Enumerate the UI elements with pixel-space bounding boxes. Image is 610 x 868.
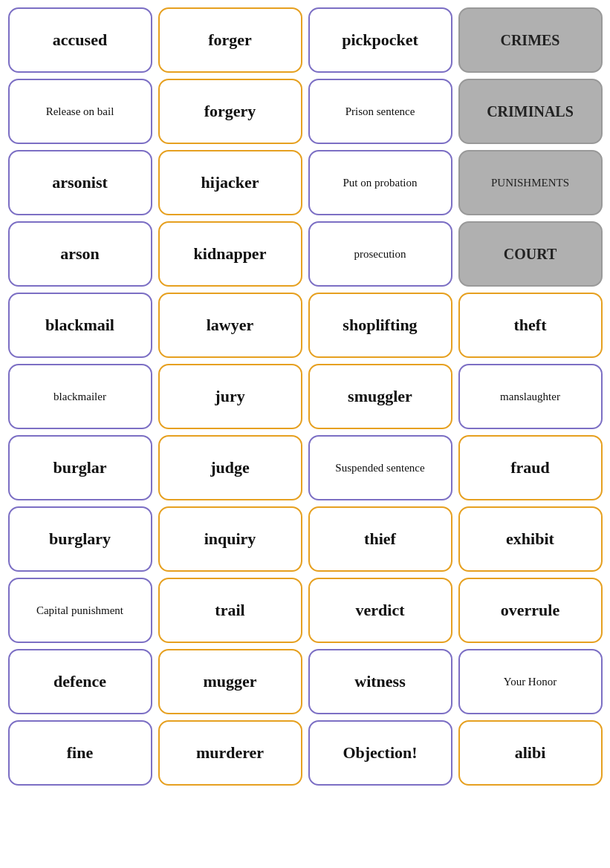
card-23: manslaughter <box>458 364 603 429</box>
card-8: arsonist <box>8 150 152 215</box>
card-20: blackmailer <box>8 364 152 429</box>
card-25: judge <box>158 435 302 500</box>
card-7: CRIMINALS <box>458 79 603 144</box>
card-27: fraud <box>458 435 603 500</box>
card-33: trail <box>158 578 302 643</box>
card-11: PUNISHMENTS <box>458 150 603 215</box>
card-3: CRIMES <box>458 7 603 73</box>
card-42: Objection! <box>308 720 452 786</box>
card-24: burglar <box>8 435 152 500</box>
card-14: prosecution <box>308 221 452 287</box>
card-18: shoplifting <box>308 293 452 358</box>
card-15: COURT <box>458 221 603 287</box>
card-35: overrule <box>458 578 603 643</box>
card-28: burglary <box>8 506 152 572</box>
card-grid: accusedforgerpickpocketCRIMESRelease on … <box>8 7 603 786</box>
card-39: Your Honor <box>458 649 603 714</box>
card-13: kidnapper <box>158 221 302 287</box>
card-31: exhibit <box>458 506 603 572</box>
card-34: verdict <box>308 578 452 643</box>
card-12: arson <box>8 221 152 287</box>
card-36: defence <box>8 649 152 714</box>
card-9: hijacker <box>158 150 302 215</box>
card-30: thief <box>308 506 452 572</box>
card-26: Suspended sentence <box>308 435 452 500</box>
card-29: inquiry <box>158 506 302 572</box>
card-5: forgery <box>158 79 302 144</box>
card-40: fine <box>8 720 152 786</box>
card-17: lawyer <box>158 293 302 358</box>
card-10: Put on probation <box>308 150 452 215</box>
card-16: blackmail <box>8 293 152 358</box>
card-43: alibi <box>458 720 603 786</box>
card-0: accused <box>8 7 152 73</box>
card-2: pickpocket <box>308 7 452 73</box>
card-4: Release on bail <box>8 79 152 144</box>
card-1: forger <box>158 7 302 73</box>
card-37: mugger <box>158 649 302 714</box>
card-21: jury <box>158 364 302 429</box>
card-32: Capital punishment <box>8 578 152 643</box>
card-41: murderer <box>158 720 302 786</box>
card-22: smuggler <box>308 364 452 429</box>
card-19: theft <box>458 293 603 358</box>
card-6: Prison sentence <box>308 79 452 144</box>
card-38: witness <box>308 649 452 714</box>
